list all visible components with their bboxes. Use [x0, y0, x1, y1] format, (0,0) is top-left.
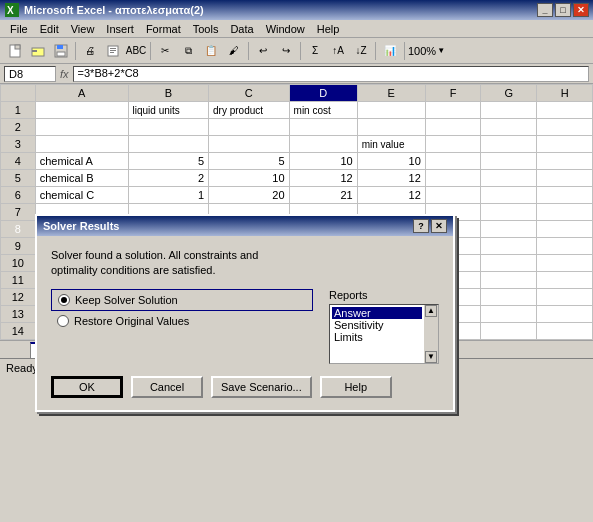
chart-wizard-button[interactable]: 📊: [379, 40, 401, 62]
cell-f3[interactable]: [425, 136, 481, 153]
col-header-c[interactable]: C: [209, 85, 290, 102]
cell-c5[interactable]: 10: [209, 170, 290, 187]
cell-f6[interactable]: [425, 187, 481, 204]
cell-h2[interactable]: [537, 119, 593, 136]
menu-data[interactable]: Data: [224, 22, 259, 36]
cell-a5[interactable]: chemical B: [35, 170, 128, 187]
menu-tools[interactable]: Tools: [187, 22, 225, 36]
col-header-a[interactable]: A: [35, 85, 128, 102]
scroll-up-button[interactable]: ▲: [425, 305, 437, 317]
col-header-g[interactable]: G: [481, 85, 537, 102]
cell-a6[interactable]: chemical C: [35, 187, 128, 204]
cell-g2[interactable]: [481, 119, 537, 136]
col-header-f[interactable]: F: [425, 85, 481, 102]
restore-original-option[interactable]: Restore Original Values: [51, 311, 313, 331]
cell-c2[interactable]: [209, 119, 290, 136]
col-header-d[interactable]: D: [289, 85, 357, 102]
format-painter-button[interactable]: 🖌: [223, 40, 245, 62]
cell-a3[interactable]: [35, 136, 128, 153]
report-limits[interactable]: Limits: [332, 331, 422, 343]
cell-c3[interactable]: [209, 136, 290, 153]
reports-list[interactable]: Answer Sensitivity Limits ▲ ▼: [329, 304, 439, 364]
cell-c6[interactable]: 20: [209, 187, 290, 204]
cell-h6[interactable]: [537, 187, 593, 204]
cell-c1[interactable]: dry product: [209, 102, 290, 119]
autosum-button[interactable]: Σ: [304, 40, 326, 62]
copy-button[interactable]: ⧉: [177, 40, 199, 62]
cell-d3[interactable]: [289, 136, 357, 153]
menu-format[interactable]: Format: [140, 22, 187, 36]
cell-e1[interactable]: [357, 102, 425, 119]
save-scenario-button[interactable]: Save Scenario...: [211, 376, 312, 398]
cell-g6[interactable]: [481, 187, 537, 204]
formula-input[interactable]: =3*B8+2*C8: [73, 66, 589, 82]
close-button[interactable]: ✕: [573, 3, 589, 17]
cancel-button[interactable]: Cancel: [131, 376, 203, 398]
undo-button[interactable]: ↩: [252, 40, 274, 62]
sort-desc-button[interactable]: ↓Z: [350, 40, 372, 62]
paste-button[interactable]: 📋: [200, 40, 222, 62]
cell-b3[interactable]: [128, 136, 209, 153]
cell-h1[interactable]: [537, 102, 593, 119]
open-button[interactable]: [27, 40, 49, 62]
report-answer[interactable]: Answer: [332, 307, 422, 319]
cell-b1[interactable]: liquid units: [128, 102, 209, 119]
cell-d5[interactable]: 12: [289, 170, 357, 187]
dialog-close-button[interactable]: ✕: [431, 219, 447, 233]
cell-g3[interactable]: [481, 136, 537, 153]
new-button[interactable]: [4, 40, 26, 62]
cell-e3[interactable]: min value: [357, 136, 425, 153]
cell-e5[interactable]: 12: [357, 170, 425, 187]
cell-d6[interactable]: 21: [289, 187, 357, 204]
print-button[interactable]: 🖨: [79, 40, 101, 62]
minimize-button[interactable]: _: [537, 3, 553, 17]
menu-window[interactable]: Window: [260, 22, 311, 36]
keep-solver-option[interactable]: Keep Solver Solution: [51, 289, 313, 311]
cell-f5[interactable]: [425, 170, 481, 187]
keep-solver-radio[interactable]: [58, 294, 70, 306]
col-header-h[interactable]: H: [537, 85, 593, 102]
cell-e6[interactable]: 12: [357, 187, 425, 204]
cell-a4[interactable]: chemical A: [35, 153, 128, 170]
cell-h8[interactable]: [537, 221, 593, 238]
cell-g8[interactable]: [481, 221, 537, 238]
cell-h3[interactable]: [537, 136, 593, 153]
cell-g5[interactable]: [481, 170, 537, 187]
menu-edit[interactable]: Edit: [34, 22, 65, 36]
print-preview-button[interactable]: [102, 40, 124, 62]
sort-asc-button[interactable]: ↑A: [327, 40, 349, 62]
cell-a2[interactable]: [35, 119, 128, 136]
cell-f1[interactable]: [425, 102, 481, 119]
dialog-help-icon[interactable]: ?: [413, 219, 429, 233]
cut-button[interactable]: ✂: [154, 40, 176, 62]
ok-button[interactable]: OK: [51, 376, 123, 398]
cell-f2[interactable]: [425, 119, 481, 136]
cell-g7[interactable]: [481, 204, 537, 221]
col-header-e[interactable]: E: [357, 85, 425, 102]
report-sensitivity[interactable]: Sensitivity: [332, 319, 422, 331]
scroll-down-button[interactable]: ▼: [425, 351, 437, 363]
col-header-b[interactable]: B: [128, 85, 209, 102]
cell-g4[interactable]: [481, 153, 537, 170]
save-button[interactable]: [50, 40, 72, 62]
maximize-button[interactable]: □: [555, 3, 571, 17]
cell-b6[interactable]: 1: [128, 187, 209, 204]
cell-e4[interactable]: 10: [357, 153, 425, 170]
cell-reference-box[interactable]: D8: [4, 66, 56, 82]
spell-check-button[interactable]: ABC: [125, 40, 147, 62]
cell-b2[interactable]: [128, 119, 209, 136]
cell-d4[interactable]: 10: [289, 153, 357, 170]
cell-b4[interactable]: 5: [128, 153, 209, 170]
restore-original-radio[interactable]: [57, 315, 69, 327]
cell-a1[interactable]: [35, 102, 128, 119]
menu-view[interactable]: View: [65, 22, 101, 36]
menu-insert[interactable]: Insert: [100, 22, 140, 36]
cell-h7[interactable]: [537, 204, 593, 221]
cell-h4[interactable]: [537, 153, 593, 170]
cell-h5[interactable]: [537, 170, 593, 187]
cell-d1[interactable]: min cost: [289, 102, 357, 119]
cell-c4[interactable]: 5: [209, 153, 290, 170]
cell-b5[interactable]: 2: [128, 170, 209, 187]
redo-button[interactable]: ↪: [275, 40, 297, 62]
help-button[interactable]: Help: [320, 376, 392, 398]
